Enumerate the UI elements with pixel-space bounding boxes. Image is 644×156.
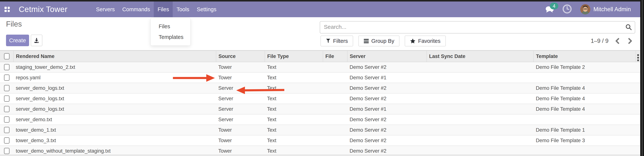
filters-label: Filters xyxy=(333,38,348,44)
column-header-server[interactable]: Server xyxy=(347,51,427,62)
star-icon xyxy=(410,38,416,44)
column-header-file-type[interactable]: File Type xyxy=(265,51,323,62)
cell-rendered-name: staging_tower_demo_2.txt xyxy=(14,62,216,72)
cell-file xyxy=(323,104,347,114)
nav-item-commands[interactable]: Commands xyxy=(118,1,154,17)
filters-button[interactable]: Filters xyxy=(320,36,353,46)
table-row[interactable]: server_demo.txtServerTextDemo Server #2 xyxy=(0,114,640,125)
messages-button[interactable]: 4 xyxy=(545,6,554,13)
table-row[interactable]: tower_demo_1.txtTowerTextDemo Server #2D… xyxy=(0,125,640,135)
cell-source: Server xyxy=(216,114,265,125)
search-icon[interactable] xyxy=(625,24,632,31)
cell-file xyxy=(323,93,347,104)
import-button[interactable] xyxy=(31,35,42,46)
cell-last-sync-date xyxy=(427,135,534,146)
grid-square xyxy=(4,7,7,9)
funnel-icon xyxy=(326,38,331,44)
clock-icon xyxy=(562,4,572,14)
cell-spacer xyxy=(636,125,640,135)
select-all-header-cell[interactable] xyxy=(0,51,14,62)
row-checkbox[interactable] xyxy=(4,127,10,133)
messages-count-badge: 4 xyxy=(550,3,558,9)
apps-grid-icon[interactable] xyxy=(4,7,10,12)
pager-previous-button[interactable] xyxy=(614,38,621,44)
cell-source: Tower xyxy=(216,125,265,135)
table-row[interactable]: tower_demo_3.txtTowerTextDemo Server #2D… xyxy=(0,135,640,146)
search-input[interactable] xyxy=(320,21,624,32)
cell-source: Server xyxy=(216,104,265,114)
user-menu[interactable]: Mitchell Admin xyxy=(580,4,631,14)
table-row[interactable]: server_demo_logs.txtServerTextDemo Serve… xyxy=(0,93,640,104)
cell-file-type: Text xyxy=(265,135,323,146)
cell-file-type: Text xyxy=(265,93,323,104)
cell-rendered-name: server_demo_logs.txt xyxy=(14,93,216,104)
cell-rendered-name: tower_demo_3.txt xyxy=(14,135,216,146)
cell-template: Demo File Template 1 xyxy=(534,125,636,135)
row-select-cell xyxy=(0,104,14,114)
scrollbar-thumb[interactable] xyxy=(642,0,643,156)
column-header-template[interactable]: Template xyxy=(534,51,636,62)
cell-file xyxy=(323,72,347,83)
pager-range: 1–9 / 9 xyxy=(591,38,608,44)
column-header-source[interactable]: Source xyxy=(216,51,265,62)
table-row[interactable]: staging_tower_demo_2.txtTowerTextDemo Se… xyxy=(0,62,640,72)
cell-spacer xyxy=(636,114,640,125)
favorites-button[interactable]: Favorites xyxy=(405,36,446,46)
group-by-bars-icon xyxy=(364,39,369,43)
cell-spacer xyxy=(636,83,640,93)
cell-last-sync-date xyxy=(427,104,534,114)
cell-server: Demo Server #2 xyxy=(347,135,427,146)
table-row[interactable]: server_demo_logs.txtServerTextDemo Serve… xyxy=(0,83,640,93)
column-header-last-sync-date[interactable]: Last Sync Date xyxy=(427,51,534,62)
cell-source: Tower xyxy=(216,135,265,146)
cell-template: Demo File Template 4 xyxy=(534,93,636,104)
row-select-cell xyxy=(0,93,14,104)
row-checkbox[interactable] xyxy=(4,148,10,154)
cell-file xyxy=(323,135,347,146)
row-checkbox[interactable] xyxy=(4,85,10,91)
import-download-icon xyxy=(34,37,40,44)
activities-button[interactable] xyxy=(562,4,572,15)
create-button[interactable]: Create xyxy=(6,35,29,46)
row-checkbox[interactable] xyxy=(4,116,10,123)
column-header-file[interactable]: File xyxy=(323,51,347,62)
nav-item-files[interactable]: Files xyxy=(154,1,173,17)
nav-item-settings[interactable]: Settings xyxy=(193,1,220,17)
filter-buttons: Filters Group By Favorites xyxy=(320,36,446,46)
nav-item-servers[interactable]: Servers xyxy=(92,1,118,17)
app-title: Cetmix Tower xyxy=(19,1,68,17)
vertical-scrollbar[interactable] xyxy=(640,0,644,156)
nav-item-tools[interactable]: Tools xyxy=(173,1,193,17)
cell-server: Demo Server #2 xyxy=(347,125,427,135)
cell-file-type: Text xyxy=(265,104,323,114)
row-select-cell xyxy=(0,83,14,93)
kebab-dots-icon xyxy=(637,54,639,61)
cell-last-sync-date xyxy=(427,62,534,72)
cell-rendered-name: server_demo_logs.txt xyxy=(14,83,216,93)
favorites-label: Favorites xyxy=(418,38,440,44)
optional-columns-button[interactable] xyxy=(636,51,640,62)
dropdown-item-files[interactable]: Files xyxy=(150,21,190,32)
table-row[interactable]: server_demo_logs.txtServerTextDemo Serve… xyxy=(0,104,640,114)
cell-source: Tower xyxy=(216,62,265,72)
row-checkbox[interactable] xyxy=(4,64,10,70)
control-panel-buttons: Create xyxy=(6,35,42,46)
row-checkbox[interactable] xyxy=(4,95,10,102)
cell-file xyxy=(323,83,347,93)
cell-file-type: Text xyxy=(265,125,323,135)
pager-next-button[interactable] xyxy=(626,38,634,44)
table-header: Rendered NameSourceFile TypeFileServerLa… xyxy=(0,51,640,62)
row-checkbox[interactable] xyxy=(4,137,10,144)
cell-spacer xyxy=(636,135,640,146)
column-header-rendered-name[interactable]: Rendered Name xyxy=(14,51,216,62)
cell-spacer xyxy=(636,93,640,104)
row-checkbox[interactable] xyxy=(4,75,10,81)
select-all-checkbox[interactable] xyxy=(4,53,10,60)
row-checkbox[interactable] xyxy=(4,106,10,112)
pager: 1–9 / 9 xyxy=(591,36,634,46)
horizontal-scrollbar[interactable] xyxy=(0,154,640,156)
group-by-button[interactable]: Group By xyxy=(358,36,400,46)
dropdown-item-templates[interactable]: Templates xyxy=(150,32,190,42)
row-select-cell xyxy=(0,62,14,72)
table-row[interactable]: repos.yamlTowerTextDemo Server #1 xyxy=(0,72,640,83)
